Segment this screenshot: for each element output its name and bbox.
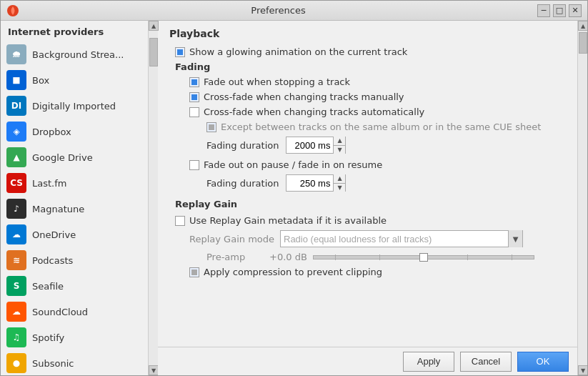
replay-gain-mode-select[interactable]: Radio (equal loudness for all tracks) Al… [281, 234, 508, 244]
sidebar-item-lastfm[interactable]: CS Last.fm [1, 170, 148, 196]
soundcloud-icon: ☁ [6, 302, 26, 322]
sidebar-item-soundcloud[interactable]: ☁ SoundCloud [1, 299, 148, 325]
background-stream-label: Background Strea... [32, 49, 124, 60]
cross-fade-manual-checkbox[interactable] [189, 92, 199, 102]
internet-providers-list: 🌧 Background Strea... ■ Box DI Digitally… [1, 41, 148, 375]
apply-compression-row: Apply compression to prevent clipping [169, 267, 566, 277]
fading-duration-2-label: Fading duration [206, 178, 279, 189]
mark-1 [335, 254, 336, 260]
spotify-icon: ♫ [6, 327, 26, 347]
fading-section-label: Fading [175, 61, 566, 72]
fade-pause-row: Fade out on pause / fade in on resume [169, 159, 566, 170]
sidebar-item-box[interactable]: ■ Box [1, 67, 148, 93]
fading-duration-2-down[interactable]: ▼ [334, 184, 345, 192]
apply-compression-label: Apply compression to prevent clipping [204, 267, 382, 277]
preamp-slider-thumb[interactable] [419, 253, 428, 262]
show-glow-label: Show a glowing animation on the current … [189, 46, 407, 57]
preamp-slider-track[interactable] [313, 255, 534, 259]
box-label: Box [32, 75, 49, 86]
ok-button[interactable]: OK [517, 352, 569, 372]
except-same-album-label: Except between tracks on the same album … [221, 122, 541, 132]
fading-duration-2-row: Fading duration 250 ms ▲ ▼ [169, 174, 566, 192]
lastfm-icon: CS [6, 173, 26, 193]
main-scroll-down-btn[interactable]: ▼ [578, 365, 587, 375]
playback-section-title: Playback [169, 28, 566, 39]
cross-fade-auto-row: Cross-fade when changing tracks automati… [169, 107, 566, 117]
use-replay-gain-checkbox[interactable] [175, 216, 185, 226]
google-drive-icon: ▲ [6, 147, 26, 167]
replay-gain-section-label: Replay Gain [175, 199, 566, 209]
window-body: Internet providers 🌧 Background Strea...… [1, 21, 587, 375]
apply-button[interactable]: Apply [403, 352, 454, 372]
fading-duration-1-label: Fading duration [206, 140, 279, 151]
mark-2 [379, 254, 380, 260]
dropbox-icon: ◈ [6, 122, 26, 142]
background-stream-icon: 🌧 [6, 44, 26, 64]
cross-fade-auto-label: Cross-fade when changing tracks automati… [204, 107, 424, 117]
minimize-button[interactable]: ─ [537, 4, 550, 17]
box-icon: ■ [6, 70, 26, 90]
sidebar-item-google-drive[interactable]: ▲ Google Drive [1, 144, 148, 170]
fading-duration-2-spinbox[interactable]: 250 ms ▲ ▼ [286, 174, 346, 192]
digitally-imported-label: Digitally Imported [32, 101, 116, 112]
subsonic-label: Subsonic [32, 358, 74, 369]
maximize-button[interactable]: □ [553, 4, 566, 17]
subsonic-icon: ● [6, 353, 26, 373]
fading-duration-1-down[interactable]: ▼ [334, 146, 345, 154]
apply-compression-checkbox[interactable] [189, 267, 199, 277]
sidebar-item-magnatune[interactable]: ♪ Magnatune [1, 196, 148, 222]
main-scroll-thumb[interactable] [579, 32, 587, 54]
fade-out-stop-checkbox[interactable] [189, 77, 199, 87]
use-replay-gain-label: Use Replay Gain metadata if it is availa… [189, 215, 387, 226]
sidebar-item-spotify[interactable]: ♫ Spotify [1, 325, 148, 350]
sidebar-item-seafile[interactable]: S Seafile [1, 273, 148, 299]
digitally-imported-icon: DI [6, 96, 26, 116]
onedrive-icon: ☁ [6, 224, 26, 244]
sidebar-item-podcasts[interactable]: ≋ Podcasts [1, 247, 148, 273]
podcasts-label: Podcasts [32, 255, 73, 266]
cancel-button[interactable]: Cancel [460, 352, 512, 372]
sidebar-scrollbar[interactable]: ▲ ▼ [148, 21, 158, 375]
cross-fade-auto-checkbox[interactable] [189, 107, 199, 117]
sidebar-item-subsonic[interactable]: ● Subsonic [1, 350, 148, 375]
window-controls: ─ □ ✕ [537, 4, 582, 17]
onedrive-label: OneDrive [32, 229, 76, 240]
replay-gain-mode-row: Replay Gain mode Radio (equal loudness f… [169, 230, 566, 247]
except-same-album-row: Except between tracks on the same album … [169, 122, 566, 132]
main-scroll-up-btn[interactable]: ▲ [578, 21, 587, 31]
scroll-down-btn[interactable]: ▼ [149, 365, 159, 375]
sidebar-item-onedrive[interactable]: ☁ OneDrive [1, 222, 148, 247]
main-panel: Playback Show a glowing animation on the… [158, 21, 577, 375]
window-title: Preferences [19, 5, 537, 16]
seafile-icon: S [6, 276, 26, 296]
sidebar-item-digitally-imported[interactable]: DI Digitally Imported [1, 93, 148, 119]
show-glow-checkbox[interactable] [175, 47, 185, 57]
mark-5 [512, 254, 512, 260]
fading-duration-1-spinbox[interactable]: 2000 ms ▲ ▼ [286, 137, 346, 154]
replay-gain-mode-select-wrapper[interactable]: Radio (equal loudness for all tracks) Al… [280, 230, 523, 247]
main-scrollbar[interactable]: ▲ ▼ [577, 21, 587, 375]
scroll-track[interactable] [149, 31, 158, 365]
fading-duration-1-input[interactable]: 2000 ms [286, 137, 333, 153]
titlebar: Preferences ─ □ ✕ [1, 1, 587, 21]
scroll-up-btn[interactable]: ▲ [149, 21, 159, 31]
fading-duration-2-up[interactable]: ▲ [334, 174, 345, 184]
sidebar-header: Internet providers [1, 21, 148, 41]
fade-pause-checkbox[interactable] [189, 160, 199, 170]
fading-duration-2-input[interactable]: 250 ms [286, 175, 333, 191]
close-button[interactable]: ✕ [569, 4, 582, 17]
fading-duration-1-arrows: ▲ ▼ [333, 137, 345, 154]
sidebar-item-background-stream[interactable]: 🌧 Background Strea... [1, 41, 148, 67]
bottom-bar: Apply Cancel OK [158, 347, 577, 375]
show-glow-row: Show a glowing animation on the current … [169, 46, 566, 57]
soundcloud-label: SoundCloud [32, 307, 88, 317]
fade-out-stop-label: Fade out when stopping a track [204, 76, 350, 87]
scroll-thumb[interactable] [149, 38, 158, 66]
mark-4 [467, 254, 468, 260]
fading-duration-1-up[interactable]: ▲ [334, 137, 345, 146]
main-scroll-track[interactable] [578, 31, 587, 365]
except-same-album-checkbox[interactable] [206, 122, 216, 132]
replay-gain-mode-select-arrow[interactable]: ▼ [508, 230, 522, 247]
magnatune-icon: ♪ [6, 199, 26, 219]
sidebar-item-dropbox[interactable]: ◈ Dropbox [1, 119, 148, 144]
